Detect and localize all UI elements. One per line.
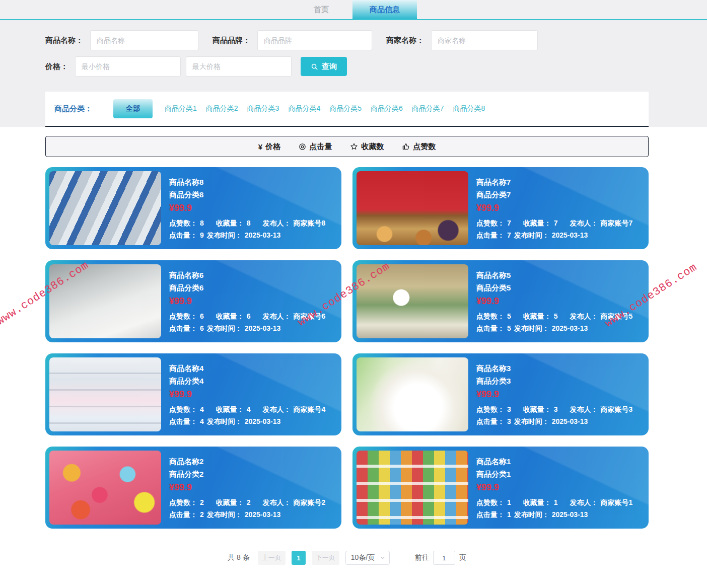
clicks-value: 2: [200, 510, 204, 519]
product-card[interactable]: 商品名称7 商品分类7 ¥99.9 点赞数：7 收藏量：7 发布人：商家账号7 …: [352, 167, 649, 249]
goto-page-input[interactable]: [433, 551, 455, 565]
product-name: 商品名称8: [169, 178, 335, 186]
product-price: ¥99.9: [476, 203, 643, 212]
product-price: ¥99.9: [169, 297, 335, 306]
category-item[interactable]: 商品分类2: [206, 104, 238, 113]
category-list: 全部商品分类1商品分类2商品分类3商品分类4商品分类5商品分类6商品分类7商品分…: [113, 99, 494, 118]
product-card[interactable]: 商品名称2 商品分类2 ¥99.9 点赞数：2 收藏量：2 发布人：商家账号2 …: [45, 447, 341, 529]
next-page-button[interactable]: 下一页: [312, 551, 339, 565]
pagination: 共 8 条 上一页 1 下一页 10条/页 前往 页: [45, 551, 649, 565]
product-card[interactable]: 商品名称4 商品分类4 ¥99.9 点赞数：4 收藏量：4 发布人：商家账号4 …: [45, 353, 341, 435]
merchant-label: 商家名称：: [386, 36, 424, 45]
search-panel: 商品名称： 商品品牌： 商家名称： 价格： 查询: [0, 20, 707, 92]
tab-products[interactable]: 商品信息: [352, 0, 417, 19]
category-item[interactable]: 商品分类8: [453, 104, 485, 113]
likes-value: 2: [200, 498, 204, 506]
product-card[interactable]: 商品名称8 商品分类8 ¥99.9 点赞数：8 收藏量：8 发布人：商家账号8 …: [45, 167, 341, 249]
product-card[interactable]: 商品名称1 商品分类1 ¥99.9 点赞数：1 收藏量：1 发布人：商家账号1 …: [352, 447, 649, 529]
likes-pair: 点赞数：8: [169, 219, 204, 227]
category-item[interactable]: 商品分类3: [247, 104, 279, 113]
prev-page-button[interactable]: 上一页: [258, 551, 286, 565]
product-info: 商品名称1 商品分类1 ¥99.9 点赞数：1 收藏量：1 发布人：商家账号1 …: [476, 451, 643, 525]
tab-home[interactable]: 首页: [290, 0, 352, 19]
max-price-input[interactable]: [186, 56, 292, 77]
publisher-value: 商家账号1: [600, 498, 632, 506]
category-section: 商品分类： 全部商品分类1商品分类2商品分类3商品分类4商品分类5商品分类6商品…: [0, 92, 707, 127]
date-pair: 发布时间：2025-03-13: [514, 324, 588, 332]
date-pair: 发布时间：2025-03-13: [207, 324, 281, 332]
sort-by-clicks[interactable]: 点击量: [299, 142, 332, 152]
sort-by-price[interactable]: ¥ 价格: [258, 142, 280, 152]
publisher-value: 商家账号7: [600, 219, 632, 227]
likes-value: 6: [200, 312, 204, 320]
date-label: 发布时间：: [514, 231, 549, 239]
favorites-pair: 收藏量：6: [216, 312, 251, 320]
product-meta: 点击量：6 发布时间：2025-03-13: [169, 325, 335, 332]
page-number-active[interactable]: 1: [292, 551, 306, 565]
product-stats: 点赞数：4 收藏量：4 发布人：商家账号4: [169, 406, 335, 413]
likes-value: 1: [507, 498, 511, 506]
clicks-pair: 点击量：2: [169, 510, 204, 519]
clicks-label: 点击量：: [476, 324, 505, 332]
chevron-down-icon: [380, 554, 385, 562]
publisher-value: 商家账号6: [293, 312, 325, 320]
likes-label: 点赞数：: [169, 405, 197, 413]
favorites-pair: 收藏量：7: [523, 219, 558, 227]
top-region: 首页 商品信息 商品名称： 商品品牌： 商家名称： 价格： 查询 商品分类：: [0, 0, 707, 127]
product-stats: 点赞数：2 收藏量：2 发布人：商家账号2: [169, 499, 335, 506]
product-meta: 点击量：2 发布时间：2025-03-13: [169, 511, 335, 518]
likes-pair: 点赞数：6: [169, 312, 204, 320]
min-price-input[interactable]: [75, 56, 181, 77]
clicks-label: 点击量：: [169, 324, 197, 332]
publisher-pair: 发布人：商家账号4: [262, 405, 325, 413]
brand-input[interactable]: [257, 30, 372, 50]
clicks-value: 3: [507, 417, 511, 425]
product-category: 商品分类1: [476, 470, 643, 478]
publisher-value: 商家账号4: [293, 405, 325, 413]
clicks-pair: 点击量：6: [169, 324, 204, 332]
product-name-input[interactable]: [90, 30, 198, 50]
publisher-pair: 发布人：商家账号6: [262, 312, 325, 320]
page-size-value: 10条/页: [351, 553, 375, 562]
favorites-pair: 收藏量：1: [523, 498, 558, 506]
date-value: 2025-03-13: [245, 324, 281, 332]
clicks-value: 7: [507, 231, 511, 239]
product-stats: 点赞数：1 收藏量：1 发布人：商家账号1: [476, 499, 643, 506]
publisher-label: 发布人：: [570, 498, 598, 506]
product-info: 商品名称3 商品分类3 ¥99.9 点赞数：3 收藏量：3 发布人：商家账号3 …: [476, 357, 643, 431]
product-card[interactable]: 商品名称6 商品分类6 ¥99.9 点赞数：6 收藏量：6 发布人：商家账号6 …: [45, 260, 341, 342]
clicks-pair: 点击量：9: [169, 231, 204, 239]
yen-icon: ¥: [258, 142, 262, 151]
category-item[interactable]: 商品分类4: [288, 104, 320, 113]
category-item-active[interactable]: 全部: [113, 99, 153, 118]
goto-group: 前往 页: [415, 551, 466, 565]
sort-favorites-label: 收藏数: [361, 142, 384, 152]
sort-by-likes[interactable]: 点赞数: [402, 142, 436, 152]
product-price: ¥99.9: [476, 390, 643, 399]
publisher-pair: 发布人：商家账号2: [262, 498, 325, 506]
product-category: 商品分类6: [169, 284, 335, 291]
merchant-input[interactable]: [431, 30, 538, 50]
product-card[interactable]: 商品名称5 商品分类5 ¥99.9 点赞数：5 收藏量：5 发布人：商家账号5 …: [352, 260, 649, 342]
product-name: 商品名称5: [476, 271, 643, 279]
product-image: [357, 451, 468, 525]
category-item[interactable]: 商品分类7: [412, 104, 444, 113]
category-item[interactable]: 商品分类1: [165, 104, 197, 113]
page-size-select[interactable]: 10条/页: [345, 551, 390, 565]
favorites-pair: 收藏量：2: [216, 498, 251, 506]
category-label: 商品分类：: [54, 104, 92, 114]
sort-bar: ¥ 价格 点击量 收藏数 点赞数: [45, 136, 649, 157]
product-stats: 点赞数：6 收藏量：6 发布人：商家账号6: [169, 313, 335, 320]
date-label: 发布时间：: [514, 417, 549, 425]
product-category: 商品分类5: [476, 284, 643, 291]
search-button[interactable]: 查询: [301, 57, 347, 76]
sort-likes-label: 点赞数: [413, 142, 436, 152]
product-card[interactable]: 商品名称3 商品分类3 ¥99.9 点赞数：3 收藏量：3 发布人：商家账号3 …: [352, 353, 649, 435]
category-item[interactable]: 商品分类6: [371, 104, 403, 113]
search-row-1: 商品名称： 商品品牌： 商家名称：: [45, 30, 707, 50]
product-stats: 点赞数：3 收藏量：3 发布人：商家账号3: [476, 406, 643, 413]
publisher-label: 发布人：: [262, 498, 291, 506]
pagination-total: 共 8 条: [228, 553, 250, 562]
sort-by-favorites[interactable]: 收藏数: [350, 142, 384, 152]
category-item[interactable]: 商品分类5: [329, 104, 362, 113]
